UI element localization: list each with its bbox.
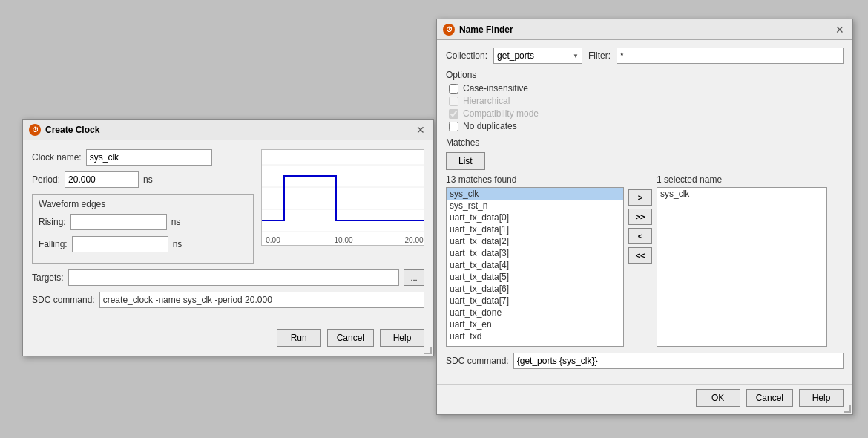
arrow-buttons: > >> < << [628,174,652,264]
list-item[interactable]: uart_tx_done [447,307,623,318]
period-row: Period: ns [32,171,254,188]
falling-unit: ns [173,239,183,249]
filter-input[interactable] [617,48,844,64]
run-button[interactable]: Run [277,329,321,347]
nf-sdc-row: SDC command: [446,353,844,369]
compatibility-mode-checkbox[interactable] [449,109,458,119]
svg-text:0.00: 0.00 [266,236,280,244]
period-label: Period: [32,174,60,185]
clock-name-input[interactable] [86,149,212,166]
hierarchical-checkbox[interactable] [449,97,458,106]
nf-ok-button[interactable]: OK [696,389,740,407]
list-item[interactable]: uart_tx_data[0] [447,212,623,223]
waveform-edges-label: Waveform edges [39,199,247,209]
nf-resize-handle[interactable] [844,405,851,413]
filter-label: Filter: [588,50,611,61]
no-duplicates-row: No duplicates [446,121,844,131]
list-item[interactable]: uart_tx_data[3] [447,247,623,259]
move-right-all-button[interactable]: >> [628,209,652,225]
waveform-svg: 0.00 10.00 20.00 [261,149,424,246]
rising-label: Rising: [39,217,66,227]
compatibility-mode-row: Compatibility mode [446,108,844,119]
sdc-label: SDC command: [32,295,95,305]
svg-text:20.00: 20.00 [404,236,423,244]
cancel-button[interactable]: Cancel [327,329,374,347]
move-left-all-button[interactable]: << [628,247,652,264]
case-insensitive-checkbox[interactable] [449,84,458,94]
list-item[interactable]: uart_tx_data[4] [447,259,623,271]
list-item[interactable]: uart_tx_data[7] [447,295,623,307]
nf-sdc-label: SDC command: [446,356,509,366]
targets-row: Targets: ... [32,269,424,286]
collection-filter-row: Collection: get_ports get_cells get_nets… [446,48,844,64]
name-finder-title: Name Finder [459,24,513,35]
create-clock-titlebar: ⏱ Create Clock ✕ [23,120,433,140]
matches-list[interactable]: sys_clk sys_rst_n uart_tx_data[0] uart_t… [446,187,624,347]
matches-left-section: 13 matches found sys_clk sys_rst_n uart_… [446,174,624,347]
list-item[interactable]: uart_tx_data[2] [447,235,623,247]
case-insensitive-row: Case-insensitive [446,83,844,94]
list-item[interactable]: uart_tx_data[5] [447,271,623,283]
compatibility-mode-label: Compatibility mode [463,108,539,119]
rising-input[interactable] [70,214,167,230]
list-item[interactable]: uart_txd [447,330,623,342]
targets-input[interactable] [68,269,399,286]
nf-sdc-input[interactable] [513,353,844,369]
sdc-row: SDC command: [32,292,424,308]
matches-area: 13 matches found sys_clk sys_rst_n uart_… [446,174,844,347]
name-finder-body: Collection: get_ports get_cells get_nets… [437,40,852,384]
help-button[interactable]: Help [380,329,424,347]
hierarchical-label: Hierarchical [463,96,510,106]
name-finder-titlebar: ⏱ Name Finder ✕ [437,19,852,40]
create-clock-footer: Run Cancel Help [23,326,433,356]
name-finder-dialog: ⏱ Name Finder ✕ Collection: get_ports ge… [436,19,853,415]
no-duplicates-checkbox[interactable] [449,122,458,131]
collection-label: Collection: [446,50,487,61]
falling-row: Falling: ns [39,236,247,252]
sdc-input[interactable] [99,292,424,308]
falling-label: Falling: [39,239,68,249]
falling-input[interactable] [72,236,168,252]
list-item[interactable]: uart_tx_data[6] [447,283,623,295]
targets-label: Targets: [32,272,64,283]
nf-cancel-button[interactable]: Cancel [746,389,793,407]
create-clock-body: Clock name: Period: ns Waveform edges Ri… [23,140,433,326]
clock-name-label: Clock name: [32,152,82,163]
clock-name-row: Clock name: [32,149,254,166]
hierarchical-row: Hierarchical [446,96,844,106]
matches-section: Matches List 13 matches found sys_clk sy… [446,137,844,347]
list-item[interactable]: uart_tx_en [447,318,623,330]
svg-text:10.00: 10.00 [334,236,352,244]
selected-count: 1 selected name [657,174,827,185]
create-clock-icon: ⏱ [29,124,41,136]
collection-select-wrapper: get_ports get_cells get_nets get_pins [493,48,582,64]
no-duplicates-label: No duplicates [463,121,517,131]
options-section: Options Case-insensitive Hierarchical Co… [446,70,844,131]
move-left-one-button[interactable]: < [628,228,652,244]
targets-browse-button[interactable]: ... [404,269,424,286]
list-item[interactable]: sys_clk [657,188,826,200]
rising-row: Rising: ns [39,214,247,230]
collection-select[interactable]: get_ports get_cells get_nets get_pins [493,48,582,64]
name-finder-footer: OK Cancel Help [437,384,852,414]
create-clock-dialog: ⏱ Create Clock ✕ Clock name: Period: ns [22,119,434,356]
case-insensitive-label: Case-insensitive [463,83,528,94]
create-clock-title: Create Clock [45,125,99,135]
create-clock-close-button[interactable]: ✕ [414,123,427,137]
name-finder-close-button[interactable]: ✕ [833,23,846,36]
period-input[interactable] [65,171,139,188]
period-unit: ns [143,174,153,185]
resize-handle[interactable] [424,347,432,354]
name-finder-icon: ⏱ [443,24,455,36]
list-item[interactable]: sys_clk [447,188,623,200]
list-button[interactable]: List [446,152,485,170]
selected-list[interactable]: sys_clk [657,187,827,347]
matches-title: Matches [446,137,844,148]
move-right-one-button[interactable]: > [628,189,652,206]
rising-unit: ns [171,217,181,227]
nf-help-button[interactable]: Help [799,389,844,407]
list-item[interactable]: sys_rst_n [447,200,623,212]
selected-right-section: 1 selected name sys_clk [657,174,827,347]
matches-count: 13 matches found [446,174,624,185]
list-item[interactable]: uart_tx_data[1] [447,223,623,235]
